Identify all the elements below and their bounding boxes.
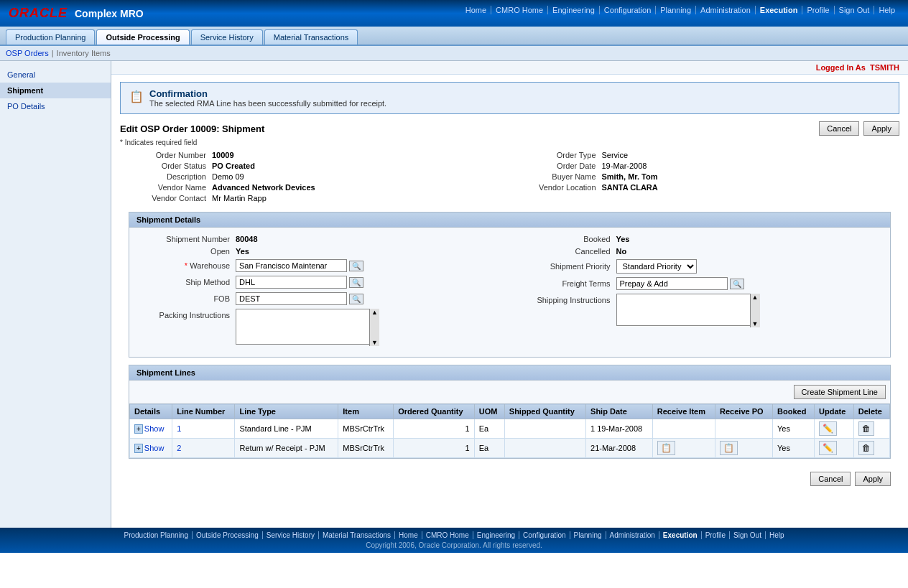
nav-help[interactable]: Help — [874, 6, 899, 14]
shipment-left: Shipment Number 80048 Open Yes Warehouse — [136, 235, 503, 350]
sidebar-item-shipment[interactable]: Shipment — [0, 83, 111, 98]
order-details: Order Number 10009 Order Status PO Creat… — [120, 151, 899, 205]
row2-line-type: Return w/ Receipt - PJM — [235, 439, 338, 458]
ship-method-label: Ship Method — [136, 278, 230, 286]
ship-method-search-button[interactable]: 🔍 — [349, 277, 363, 288]
row2-receive-po-button[interactable]: 📋 — [720, 441, 738, 455]
tab-service-history[interactable]: Service History — [191, 29, 263, 45]
breadcrumb-inventory-items: Inventory Items — [57, 49, 111, 57]
footer-nav-engineering[interactable]: Engineering — [473, 531, 519, 539]
logged-in-label: Logged In As — [816, 63, 866, 72]
header-nav: Home CMRO Home Engineering Configuration… — [461, 6, 899, 20]
tab-production-planning[interactable]: Production Planning — [6, 29, 95, 45]
required-note: * Indicates required field — [120, 139, 899, 146]
packing-scroll-up[interactable]: ▲ — [370, 309, 379, 316]
fob-search-button[interactable]: 🔍 — [349, 294, 363, 304]
row2-ordered-quantity: 1 — [394, 439, 475, 458]
row1-line-number: 1 — [172, 419, 235, 439]
apply-button-top[interactable]: Apply — [863, 121, 899, 136]
open-row: Open Yes — [136, 247, 503, 256]
row2-line-number-link[interactable]: 2 — [177, 444, 181, 452]
vendor-name-row: Vendor Name Advanced Network Devices — [120, 183, 510, 192]
footer-nav-execution[interactable]: Execution — [659, 531, 702, 539]
create-shipment-line-button[interactable]: Create Shipment Line — [794, 385, 886, 399]
shipping-instructions-input[interactable] — [616, 294, 760, 326]
row1-line-number-link[interactable]: 1 — [177, 424, 181, 433]
header-nav-wrapper: Home CMRO Home Engineering Configuration… — [461, 6, 899, 20]
nav-engineering[interactable]: Engineering — [548, 6, 600, 14]
footer-nav-cmro-home[interactable]: CMRO Home — [422, 531, 473, 539]
order-status-row: Order Status PO Created — [120, 162, 510, 170]
row1-delete-button[interactable]: 🗑 — [858, 421, 874, 436]
packing-instructions-input[interactable] — [236, 309, 379, 345]
col-item: Item — [338, 404, 394, 419]
tab-material-transactions[interactable]: Material Transactions — [264, 29, 358, 45]
row2-item: MBSrCtrTrk — [338, 439, 394, 458]
row2-update-button[interactable]: ✏️ — [819, 441, 837, 455]
row1-expand-button[interactable]: + — [134, 424, 143, 434]
freight-terms-input[interactable] — [616, 277, 728, 290]
footer-copyright: Copyright 2006, Oracle Corporation. All … — [366, 541, 542, 549]
shipment-number-label: Shipment Number — [136, 235, 230, 243]
footer-nav-planning[interactable]: Planning — [570, 531, 606, 539]
nav-administration[interactable]: Administration — [696, 6, 756, 14]
ship-method-input[interactable] — [236, 276, 347, 289]
shipment-lines-section: Shipment Lines Create Shipment Line Deta… — [129, 365, 891, 459]
footer-nav-profile[interactable]: Profile — [702, 531, 730, 539]
shipping-instructions-label: Shipping Instructions — [517, 296, 611, 304]
row2-show-link[interactable]: Show — [144, 444, 165, 452]
apply-button-bottom[interactable]: Apply — [855, 472, 891, 486]
vendor-contact-value: Mr Martin Rapp — [212, 194, 267, 202]
cancel-button-top[interactable]: Cancel — [819, 121, 859, 136]
row1-show-link[interactable]: Show — [144, 424, 165, 433]
shipment-details-section: Shipment Details Shipment Number 80048 O… — [129, 212, 891, 358]
shipping-instructions-wrapper: ▲ ▼ — [616, 294, 760, 327]
footer-nav-home[interactable]: Home — [395, 531, 422, 539]
row2-uom: Ea — [474, 439, 504, 458]
breadcrumb-osp-orders[interactable]: OSP Orders — [6, 49, 49, 57]
shipment-priority-dropdown[interactable]: Standard Priority High Priority Low Prio… — [616, 259, 697, 274]
nav-cmro-home[interactable]: CMRO Home — [491, 6, 548, 14]
row2-delete-button[interactable]: 🗑 — [858, 441, 874, 455]
footer-nav-sign-out[interactable]: Sign Out — [730, 531, 766, 539]
footer-nav-help[interactable]: Help — [766, 531, 788, 539]
shipping-scroll-down[interactable]: ▼ — [751, 320, 760, 327]
confirmation-message: The selected RMA Line has been successfu… — [149, 99, 386, 108]
nav-planning[interactable]: Planning — [656, 6, 696, 14]
nav-execution[interactable]: Execution — [756, 6, 803, 14]
nav-sign-out[interactable]: Sign Out — [835, 6, 875, 14]
order-number-label: Order Number — [120, 151, 206, 159]
freight-terms-search-button[interactable]: 🔍 — [730, 279, 744, 289]
row1-update-button[interactable]: ✏️ — [819, 421, 837, 436]
footer-nav-production-planning[interactable]: Production Planning — [120, 531, 193, 539]
order-date-value: 19-Mar-2008 — [602, 162, 647, 170]
footer-nav-service-history[interactable]: Service History — [263, 531, 319, 539]
vendor-location-value: SANTA CLARA — [602, 183, 658, 192]
footer-nav-administration[interactable]: Administration — [606, 531, 659, 539]
col-ordered-quantity: Ordered Quantity — [394, 404, 475, 419]
fob-input[interactable] — [236, 292, 347, 305]
nav-configuration[interactable]: Configuration — [600, 6, 656, 14]
sidebar-item-general[interactable]: General — [0, 67, 111, 83]
packing-scroll-down[interactable]: ▼ — [370, 339, 379, 346]
footer-nav-material-transactions[interactable]: Material Transactions — [319, 531, 395, 539]
shipment-lines-header: Shipment Lines — [129, 365, 890, 381]
nav-profile[interactable]: Profile — [802, 6, 834, 14]
shipping-scroll-up[interactable]: ▲ — [751, 294, 760, 301]
footer-nav-outside-processing[interactable]: Outside Processing — [193, 531, 263, 539]
cancel-button-bottom[interactable]: Cancel — [810, 472, 851, 486]
header-logo: ORACLE Complex MRO — [9, 6, 144, 27]
page-footer: Production Planning Outside Processing S… — [0, 528, 908, 553]
row2-receive-item: 📋 — [652, 439, 715, 458]
vendor-name-value: Advanced Network Devices — [212, 183, 315, 192]
row2-expand-button[interactable]: + — [134, 444, 143, 453]
app-title: Complex MRO — [75, 8, 144, 19]
warehouse-input[interactable] — [236, 259, 347, 272]
nav-home[interactable]: Home — [461, 6, 491, 14]
row2-receive-item-button[interactable]: 📋 — [657, 441, 675, 455]
sidebar-item-po-details[interactable]: PO Details — [0, 98, 111, 114]
page-title: Edit OSP Order 10009: Shipment — [120, 123, 264, 134]
warehouse-search-button[interactable]: 🔍 — [349, 261, 363, 271]
tab-outside-processing[interactable]: Outside Processing — [96, 29, 189, 45]
footer-nav-configuration[interactable]: Configuration — [519, 531, 570, 539]
